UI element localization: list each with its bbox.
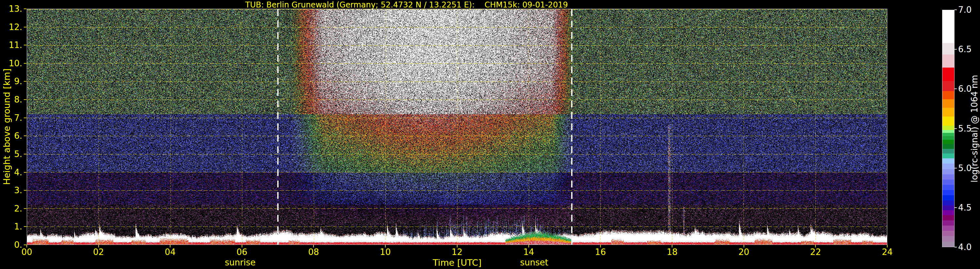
y-tick bbox=[24, 45, 27, 45]
y-tick bbox=[24, 226, 27, 227]
sunset-line bbox=[571, 9, 573, 245]
y-tick-label: 4. bbox=[3, 167, 22, 177]
x-tick-label: 00 bbox=[21, 247, 32, 257]
heatmap-canvas bbox=[27, 9, 887, 245]
colorbar-tick-label: 4.5 bbox=[958, 203, 972, 213]
x-tick-label: 14 bbox=[523, 247, 534, 257]
y-tick bbox=[24, 99, 27, 100]
y-tick bbox=[24, 63, 27, 64]
y-tick-label: 11. bbox=[3, 40, 22, 50]
y-tick-label: 0. bbox=[3, 240, 22, 250]
x-tick-label: 10 bbox=[380, 247, 391, 257]
colorbar-tick-label: 4.0 bbox=[958, 242, 972, 252]
x-axis-title: Time [UTC] bbox=[433, 258, 481, 268]
y-tick-label: 2. bbox=[3, 204, 22, 213]
y-tick-label: 3. bbox=[3, 185, 22, 195]
y-tick-label: 7. bbox=[3, 113, 22, 123]
y-tick bbox=[24, 154, 27, 154]
y-tick-label: 5. bbox=[3, 149, 22, 159]
colorbar-tick-label: 6.5 bbox=[958, 45, 972, 54]
y-tick bbox=[24, 172, 27, 173]
y-tick-label: 10. bbox=[3, 59, 22, 68]
colorbar-label: log(rc-signal) @ 1064 nm bbox=[970, 75, 979, 182]
plot-area bbox=[27, 9, 887, 245]
colorbar-tick bbox=[955, 247, 957, 247]
colorbar-tick bbox=[955, 10, 957, 10]
y-tick bbox=[24, 245, 27, 245]
sunrise-line bbox=[277, 9, 278, 245]
x-tick-label: 02 bbox=[93, 247, 104, 257]
colorbar-tick bbox=[955, 128, 957, 129]
sunset-label: sunset bbox=[520, 258, 548, 267]
y-tick bbox=[24, 118, 27, 118]
y-tick bbox=[24, 81, 27, 82]
y-tick-label: 13. bbox=[3, 4, 22, 14]
chart-title: TUB: Berlin Grunewald (Germany; 52.4732 … bbox=[245, 0, 568, 10]
x-tick-label: 04 bbox=[165, 247, 176, 257]
y-tick bbox=[24, 190, 27, 191]
x-tick-label: 06 bbox=[236, 247, 247, 257]
y-tick bbox=[24, 208, 27, 209]
x-tick-label: 12 bbox=[452, 247, 462, 257]
colorbar-tick bbox=[955, 89, 957, 89]
y-tick bbox=[24, 135, 27, 136]
x-tick-label: 16 bbox=[595, 247, 606, 257]
colorbar-tick bbox=[955, 168, 957, 169]
x-tick-label: 22 bbox=[810, 247, 821, 257]
y-tick-label: 8. bbox=[3, 95, 22, 105]
colorbar-tick bbox=[955, 207, 957, 208]
x-tick-label: 08 bbox=[308, 247, 319, 257]
y-tick-label: 1. bbox=[3, 222, 22, 231]
colorbar-tick bbox=[955, 49, 957, 49]
colorbar-tick-label: 7.0 bbox=[958, 5, 972, 15]
x-tick-label: 18 bbox=[667, 247, 678, 257]
colorbar bbox=[942, 10, 955, 247]
y-tick-label: 9. bbox=[3, 76, 22, 86]
figure: TUB: Berlin Grunewald (Germany; 52.4732 … bbox=[0, 0, 980, 269]
y-tick bbox=[24, 8, 27, 9]
sunrise-label: sunrise bbox=[225, 258, 256, 267]
y-tick-label: 12. bbox=[3, 22, 22, 32]
y-tick-label: 6. bbox=[3, 131, 22, 141]
x-tick-label: 20 bbox=[738, 247, 749, 257]
x-tick-label: 24 bbox=[882, 247, 892, 257]
y-tick bbox=[24, 27, 27, 27]
